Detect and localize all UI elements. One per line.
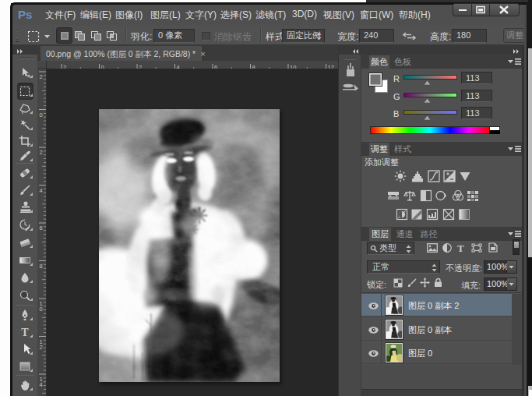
svg-text:12: 12 <box>328 64 334 69</box>
svg-text:0: 0 <box>40 306 43 313</box>
svg-text:4: 4 <box>177 64 180 69</box>
svg-text:4: 4 <box>40 187 43 194</box>
svg-text:0: 0 <box>101 64 104 69</box>
svg-text:T: T <box>21 327 29 338</box>
svg-text:2: 2 <box>63 64 66 69</box>
svg-text:2: 2 <box>40 149 43 156</box>
svg-text:6: 6 <box>40 225 43 232</box>
svg-text:6: 6 <box>214 64 217 69</box>
svg-text:8: 8 <box>252 64 255 69</box>
svg-text:2: 2 <box>139 64 142 69</box>
svg-text:2: 2 <box>40 344 43 351</box>
svg-text:0: 0 <box>40 111 43 118</box>
svg-text:4: 4 <box>40 381 43 388</box>
svg-text:10: 10 <box>290 64 296 69</box>
svg-text:8: 8 <box>40 263 43 270</box>
svg-text:2: 2 <box>40 73 43 80</box>
